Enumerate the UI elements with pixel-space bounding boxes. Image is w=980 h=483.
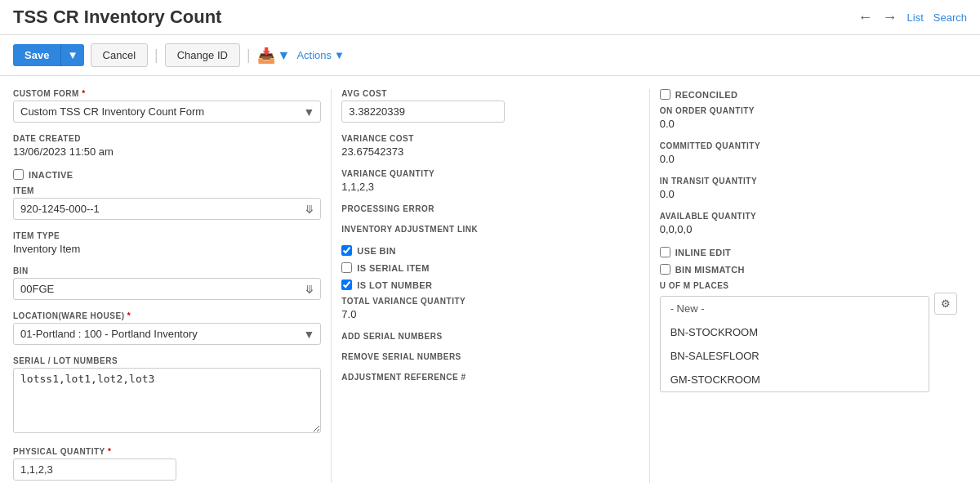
variance-cost-value: 23.67542373 (341, 145, 639, 158)
uom-places-label: U OF M PLACES (660, 281, 957, 290)
uom-dropdown-list: - New - BN-STOCKROOM BN-SALESFLOOR GM-ST… (660, 296, 929, 392)
reconciled-checkbox[interactable] (660, 89, 670, 100)
forward-arrow-button[interactable]: → (883, 9, 898, 26)
main-content: CUSTOM FORM * Custom TSS CR Inventory Co… (0, 76, 980, 483)
save-dropdown-button[interactable]: ▼ (60, 44, 83, 66)
add-icon: 📥 (257, 47, 275, 65)
add-serial-label: ADD SERIAL NUMBERS (341, 332, 639, 341)
is-lot-checkbox[interactable] (341, 280, 352, 290)
inv-adjustment-label: INVENTORY ADJUSTMENT LINK (341, 225, 639, 234)
use-bin-checkbox[interactable] (341, 245, 352, 256)
location-select[interactable]: 01-Portland : 100 - Portland Inventory (13, 323, 321, 345)
inv-adjustment-field: INVENTORY ADJUSTMENT LINK (341, 225, 639, 234)
toolbar: Save ▼ Cancel | Change ID | 📥 ▼ Actions … (0, 35, 980, 76)
is-lot-row: IS LOT NUMBER (341, 280, 639, 290)
separator-2: | (247, 47, 251, 64)
back-arrow-button[interactable]: ← (858, 9, 873, 26)
variance-qty-field: VARIANCE QUANTITY 1,1,2,3 (341, 169, 639, 193)
bin-mismatch-checkbox[interactable] (660, 264, 670, 275)
item-type-field: ITEM TYPE Inventory Item (13, 231, 321, 255)
item-type-label: ITEM TYPE (13, 231, 321, 240)
available-qty-field: AVAILABLE QUANTITY 0,0,0,0 (660, 212, 957, 235)
list-link[interactable]: List (907, 11, 924, 24)
physical-qty-input[interactable] (13, 458, 176, 481)
available-qty-label: AVAILABLE QUANTITY (660, 212, 957, 221)
uom-option-new[interactable]: - New - (661, 297, 929, 320)
variance-cost-label: VARIANCE COST (341, 134, 639, 143)
variance-qty-label: VARIANCE QUANTITY (341, 169, 639, 178)
in-transit-qty-field: IN TRANSIT QUANTITY 0.0 (660, 177, 957, 200)
avg-cost-input[interactable] (341, 101, 505, 123)
add-serial-field: ADD SERIAL NUMBERS (341, 332, 639, 341)
cancel-button[interactable]: Cancel (91, 43, 148, 67)
item-select-wrapper: 920-1245-000--1 ⤋ (13, 198, 321, 220)
location-label: LOCATION(WARE HOUSE) * (13, 311, 321, 320)
bin-mismatch-label: BIN MISMATCH (675, 265, 745, 275)
inactive-checkbox[interactable] (13, 169, 24, 180)
inline-edit-label: INLINE EDIT (675, 248, 732, 257)
physical-qty-field: PHYSICAL QUANTITY * (function() { const … (13, 447, 321, 481)
in-transit-qty-label: IN TRANSIT QUANTITY (660, 177, 957, 186)
on-order-qty-field: ON ORDER QUANTITY 0.0 (660, 106, 957, 130)
bin-mismatch-row: BIN MISMATCH (660, 264, 957, 275)
uom-dropdown-box: - New - BN-STOCKROOM BN-SALESFLOOR GM-ST… (660, 293, 929, 392)
custom-form-field: CUSTOM FORM * Custom TSS CR Inventory Co… (13, 89, 321, 123)
on-order-qty-label: ON ORDER QUANTITY (660, 106, 957, 115)
top-nav-right: ← → List Search (858, 9, 967, 26)
save-button[interactable]: Save (13, 44, 60, 66)
total-variance-value: 7.0 (341, 308, 639, 320)
location-required: * (127, 311, 131, 320)
in-transit-qty-value: 0.0 (660, 188, 957, 200)
actions-dropdown-icon: ▼ (334, 49, 345, 61)
is-serial-checkbox[interactable] (341, 262, 352, 273)
uom-gear-button[interactable]: ⚙ (934, 293, 957, 315)
avg-cost-field: AVG COST (function() { const d = JSON.pa… (341, 89, 639, 123)
reconciled-label: RECONCILED (675, 90, 738, 100)
change-id-button[interactable]: Change ID (165, 43, 240, 67)
actions-label: Actions (296, 49, 332, 61)
date-created-label: DATE CREATED (13, 134, 321, 143)
add-icon-dropdown: ▼ (278, 48, 291, 63)
page-title: TSS CR Inventory Count (13, 7, 221, 28)
bin-select-wrapper: 00FGE ⤋ (13, 278, 321, 300)
bin-label: BIN (13, 266, 321, 275)
top-nav-left: TSS CR Inventory Count (13, 7, 221, 28)
item-field: ITEM 920-1245-000--1 ⤋ (13, 186, 321, 220)
adj-ref-field: ADJUSTMENT REFERENCE # (341, 373, 639, 382)
custom-form-select[interactable]: Custom TSS CR Inventory Count Form (13, 101, 321, 123)
actions-button[interactable]: Actions ▼ (296, 49, 345, 61)
bin-field: BIN 00FGE ⤋ (13, 266, 321, 300)
adj-ref-label: ADJUSTMENT REFERENCE # (341, 373, 639, 382)
add-icon-button[interactable]: 📥 ▼ (257, 47, 291, 65)
variance-cost-field: VARIANCE COST 23.67542373 (341, 134, 639, 158)
uom-option-bn-salesfloor[interactable]: BN-SALESFLOOR (661, 344, 929, 368)
uom-option-gm-stockroom[interactable]: GM-STOCKROOM (661, 368, 929, 391)
item-type-value: Inventory Item (13, 243, 321, 255)
remove-serial-field: REMOVE SERIAL NUMBERS (341, 352, 639, 361)
physical-qty-label: PHYSICAL QUANTITY * (13, 447, 321, 456)
total-variance-field: TOTAL VARIANCE QUANTITY 7.0 (341, 297, 639, 320)
bin-select[interactable]: 00FGE (13, 278, 321, 300)
committed-qty-value: 0.0 (660, 153, 957, 165)
column-3: RECONCILED ON ORDER QUANTITY 0.0 COMMITT… (649, 89, 967, 483)
available-qty-value: 0,0,0,0 (660, 223, 957, 235)
total-variance-label: TOTAL VARIANCE QUANTITY (341, 297, 639, 306)
inactive-row: INACTIVE (13, 169, 321, 180)
separator-1: | (154, 47, 158, 64)
inline-edit-checkbox[interactable] (660, 247, 670, 257)
use-bin-row: USE BIN (341, 245, 639, 256)
item-select[interactable]: 920-1245-000--1 (13, 198, 321, 220)
top-nav: TSS CR Inventory Count ← → List Search (0, 0, 980, 35)
item-label: ITEM (13, 186, 321, 195)
custom-form-select-wrapper: Custom TSS CR Inventory Count Form ▼ (13, 101, 321, 123)
reconciled-row: RECONCILED (660, 89, 957, 100)
uom-option-bn-stockroom[interactable]: BN-STOCKROOM (661, 320, 929, 344)
search-link[interactable]: Search (933, 11, 967, 24)
physical-qty-required: * (108, 447, 111, 456)
committed-qty-field: COMMITTED QUANTITY 0.0 (660, 141, 957, 165)
uom-places-row: - New - BN-STOCKROOM BN-SALESFLOOR GM-ST… (660, 293, 957, 392)
date-created-value: 13/06/2023 11:50 am (13, 145, 321, 158)
serial-lot-label: SERIAL / LOT NUMBERS (13, 356, 321, 365)
uom-places-field: U OF M PLACES - New - BN-STOCKROOM BN-SA… (660, 281, 957, 392)
serial-lot-textarea[interactable] (13, 368, 321, 433)
